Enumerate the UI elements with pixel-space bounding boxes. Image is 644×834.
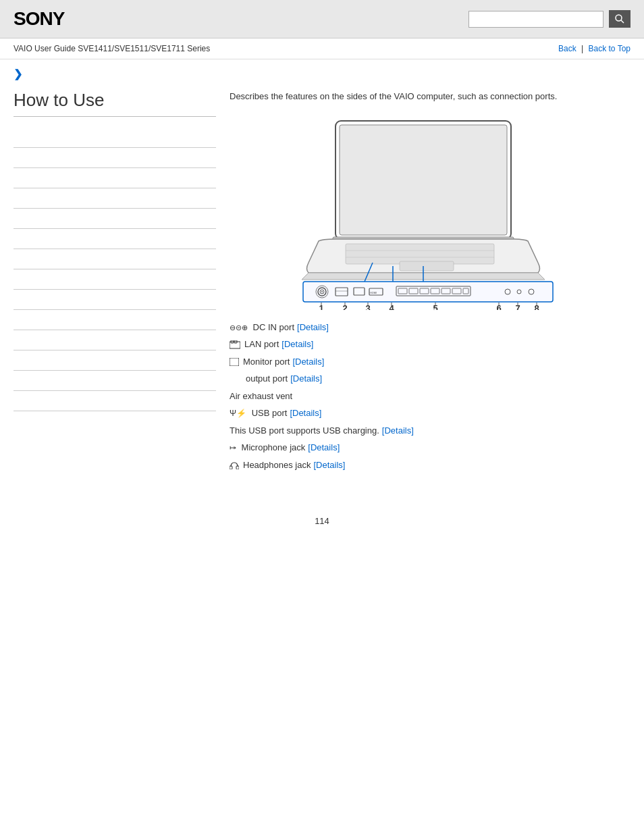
page-header: SONY <box>0 0 644 38</box>
headphones-icon-svg <box>230 461 239 469</box>
port-item-dcin: ⊖⊝⊕ DC IN port [Details] <box>230 321 630 334</box>
output-label: output port <box>246 372 288 386</box>
output-details-link[interactable]: [Details] <box>290 372 322 386</box>
port-list: ⊖⊝⊕ DC IN port [Details] LAN port [Detai… <box>230 321 630 472</box>
monitor-details-link[interactable]: [Details] <box>292 355 324 369</box>
port-item-usb: Ψ⚡ USB port [Details] <box>230 407 630 420</box>
sony-logo: SONY <box>14 8 64 30</box>
mic-icon: ⤅ <box>230 442 236 454</box>
guide-title: VAIO User Guide SVE1411/SVE1511/SVE1711 … <box>14 44 210 53</box>
back-link[interactable]: Back <box>558 44 576 53</box>
sidebar: How to Use <box>14 90 216 475</box>
breadcrumb-arrow: ❯ <box>14 68 22 80</box>
sidebar-title: How to Use <box>14 90 216 117</box>
port-item-monitor: Monitor port [Details] <box>230 355 630 369</box>
headphones-details-link[interactable]: [Details] <box>313 459 345 472</box>
monitor-label: Monitor port <box>243 355 290 369</box>
svg-rect-5 <box>346 244 494 264</box>
sidebar-item-12[interactable] <box>14 350 216 371</box>
dcin-icon: ⊖⊝⊕ <box>230 322 248 334</box>
sidebar-item-3[interactable] <box>14 168 216 188</box>
laptop-diagram: HDMI <box>230 114 630 310</box>
mic-label: Microphone jack <box>239 441 305 454</box>
svg-rect-8 <box>400 261 454 271</box>
svg-point-15 <box>321 291 323 292</box>
sidebar-item-6[interactable] <box>14 229 216 249</box>
port-item-output: output port [Details] <box>230 372 630 386</box>
sidebar-item-5[interactable] <box>14 209 216 229</box>
usb-details-link[interactable]: [Details] <box>290 407 321 420</box>
headphones-icon <box>230 459 240 471</box>
nav-links: Back | Back to Top <box>558 44 630 53</box>
usb-label: USB port <box>249 407 287 420</box>
sidebar-item-9[interactable] <box>14 290 216 310</box>
lan-label: LAN port <box>244 338 279 351</box>
main-content: How to Use Describes the features on the… <box>0 83 644 489</box>
port-item-headphones: Headphones jack [Details] <box>230 459 630 472</box>
sidebar-item-10[interactable] <box>14 310 216 330</box>
dcin-label: DC IN port <box>250 321 294 334</box>
usb-charging-label: This USB port supports USB charging. <box>230 424 379 438</box>
laptop-svg: HDMI <box>268 114 592 310</box>
sidebar-item-7[interactable] <box>14 249 216 269</box>
page-number: 114 <box>0 516 644 540</box>
sidebar-item-2[interactable] <box>14 148 216 168</box>
port-item-mic: ⤅ Microphone jack [Details] <box>230 441 630 454</box>
sidebar-item-8[interactable] <box>14 269 216 290</box>
search-button[interactable] <box>609 10 630 28</box>
mic-details-link[interactable]: [Details] <box>308 441 340 454</box>
usb-charging-details-link[interactable]: [Details] <box>382 424 414 438</box>
monitor-icon-svg <box>230 358 239 366</box>
header-search-area <box>468 10 630 28</box>
svg-rect-3 <box>340 125 507 235</box>
search-input[interactable] <box>468 11 603 28</box>
lan-details-link[interactable]: [Details] <box>281 338 313 351</box>
search-icon <box>614 14 625 24</box>
sidebar-item-11[interactable] <box>14 330 216 350</box>
back-to-top-link[interactable]: Back to Top <box>589 44 630 53</box>
sidebar-item-14[interactable] <box>14 391 216 411</box>
port-item-usb-charging: This USB port supports USB charging. [De… <box>230 424 630 438</box>
svg-line-1 <box>621 20 624 23</box>
dcin-details-link[interactable]: [Details] <box>297 321 329 334</box>
sub-header: VAIO User Guide SVE1411/SVE1511/SVE1711 … <box>0 38 644 59</box>
port-item-vent: Air exhaust vent <box>230 390 630 403</box>
sidebar-item-13[interactable] <box>14 371 216 391</box>
nav-separator: | <box>581 44 583 53</box>
lan-icon-svg <box>230 340 240 350</box>
breadcrumb: ❯ <box>0 59 644 83</box>
content-description: Describes the features on the sides of t… <box>230 90 630 103</box>
port-item-lan: LAN port [Details] <box>230 338 630 351</box>
vent-label: Air exhaust vent <box>230 390 292 403</box>
page-number-value: 114 <box>315 516 329 526</box>
svg-text:HDMI: HDMI <box>370 291 377 294</box>
svg-rect-12 <box>303 282 553 302</box>
usb-icon: Ψ⚡ <box>230 407 246 419</box>
monitor-icon <box>230 356 240 368</box>
headphones-label: Headphones jack <box>243 459 311 472</box>
content-area: Describes the features on the sides of t… <box>230 90 630 475</box>
svg-rect-52 <box>230 358 239 366</box>
sidebar-item-4[interactable] <box>14 188 216 209</box>
svg-point-0 <box>616 15 622 21</box>
lan-icon <box>230 338 242 350</box>
sidebar-item-1[interactable] <box>14 128 216 148</box>
